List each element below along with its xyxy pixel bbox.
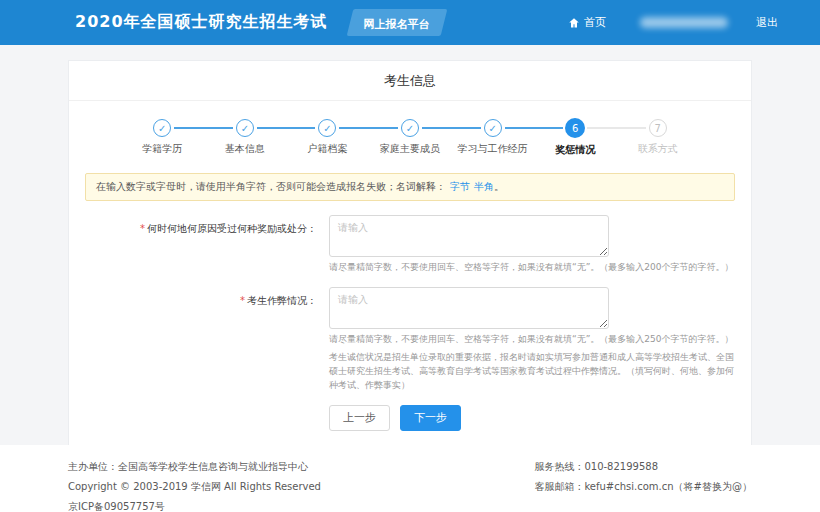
step-connector [257,127,316,129]
app-title: 2020年全国硕士研究生招生考试 [75,12,328,33]
step-7-item[interactable]: 7联系方式 [616,119,699,157]
rewards-field-control: 请尽量精简字数，不要使用回车、空格等字符，如果没有就填“无”。（最多输入200个… [329,215,735,275]
header-bar: 2020年全国硕士研究生招生考试 网上报名平台 首页 退出 [0,0,820,45]
step-connector [422,127,481,129]
step-check-icon: ✓ [318,119,336,137]
step-connector [587,127,646,129]
step-label: 奖惩情况 [555,143,595,157]
cheating-hint-integrity: 考生诚信状况是招生单位录取的重要依据，报名时请如实填写参加普通和成人高等学校招生… [329,351,735,393]
form-row-cheating: *考生作弊情况： 请尽量精简字数，不要使用回车、空格等字符，如果没有就填“无”。… [85,287,735,393]
footer-right: 服务热线：010-82199588客服邮箱：kefu#chsi.com.cn（将… [534,457,752,512]
rewards-punishments-form: *何时何地何原因受过何种奖励或处分： 请尽量精简字数，不要使用回车、空格等字符，… [69,201,751,447]
home-link-label: 首页 [584,15,606,30]
notice-link-halfwidth[interactable]: 半角 [474,181,494,192]
page-title: 考生信息 [69,61,751,101]
step-check-icon: ✓ [236,119,254,137]
page-footer: 主办单位：全国高等学校学生信息咨询与就业指导中心Copyright © 2003… [0,445,820,512]
step-label: 学习与工作经历 [458,142,528,156]
top-nav: 首页 退出 [568,15,778,30]
step-check-icon: ✓ [401,119,419,137]
cheating-hint-limit: 请尽量精简字数，不要使用回车、空格等字符，如果没有就填“无”。（最多输入250个… [329,333,735,347]
main-area: 考生信息 ✓学籍学历✓基本信息✓户籍档案✓家庭主要成员✓学习与工作经历6奖惩情况… [0,60,820,445]
notice-text: 在输入数字或字母时，请使用半角字符，否则可能会造成报名失败；名词解释： [96,181,446,192]
step-4-item[interactable]: ✓家庭主要成员 [369,119,452,157]
rewards-hint: 请尽量精简字数，不要使用回车、空格等字符，如果没有就填“无”。（最多输入200个… [329,261,735,275]
required-asterisk: * [140,223,145,234]
form-row-rewards: *何时何地何原因受过何种奖励或处分： 请尽量精简字数，不要使用回车、空格等字符，… [85,215,735,275]
step-label: 基本信息 [225,142,265,156]
notice-bar: 在输入数字或字母时，请使用半角字符，否则可能会造成报名失败；名词解释：字节半角。 [85,173,735,201]
logout-link[interactable]: 退出 [756,15,778,30]
platform-badge: 网上报名平台 [346,9,447,36]
footer-left-line-2: Copyright © 2003-2019 学信网 All Rights Res… [68,477,321,497]
step-6-item[interactable]: 6奖惩情况 [534,119,617,157]
rewards-field-label: *何时何地何原因受过何种奖励或处分： [85,215,317,275]
notice-link-byte[interactable]: 字节 [450,181,470,192]
footer-right-line-1: 服务热线：010-82199588 [534,457,752,477]
step-number: 7 [649,119,667,137]
step-5-item[interactable]: ✓学习与工作经历 [451,119,534,157]
next-step-button[interactable]: 下一步 [400,405,461,431]
prev-step-button[interactable]: 上一步 [329,405,390,431]
step-connector [174,127,233,129]
platform-badge-label: 网上报名平台 [363,17,429,32]
footer-left: 主办单位：全国高等学校学生信息咨询与就业指导中心Copyright © 2003… [68,457,321,512]
step-label: 家庭主要成员 [380,142,440,156]
step-check-icon: ✓ [153,119,171,137]
step-2-item[interactable]: ✓基本信息 [204,119,287,157]
footer-left-line-1: 主办单位：全国高等学校学生信息咨询与就业指导中心 [68,457,321,477]
step-connector [339,127,398,129]
step-label: 学籍学历 [142,142,182,156]
step-label: 户籍档案 [307,142,347,156]
required-asterisk: * [240,295,245,306]
step-connector [505,127,564,129]
step-3-item[interactable]: ✓户籍档案 [286,119,369,157]
step-number: 6 [565,118,585,138]
step-1-item[interactable]: ✓学籍学历 [121,119,204,157]
step-label: 联系方式 [638,142,678,156]
home-link[interactable]: 首页 [568,15,606,30]
cheating-field-control: 请尽量精简字数，不要使用回车、空格等字符，如果没有就填“无”。（最多输入250个… [329,287,735,393]
form-actions: 上一步 下一步 [329,405,735,431]
notice-suffix: 。 [494,181,504,192]
home-icon [568,17,580,29]
step-check-icon: ✓ [484,119,502,137]
footer-left-line-3: 京ICP备09057757号 [68,497,321,512]
cheating-field-label: *考生作弊情况： [85,287,317,393]
username-redacted [640,17,728,28]
footer-right-line-2: 客服邮箱：kefu#chsi.com.cn（将#替换为@） [534,477,752,497]
step-indicator: ✓学籍学历✓基本信息✓户籍档案✓家庭主要成员✓学习与工作经历6奖惩情况7联系方式 [69,101,751,169]
rewards-textarea[interactable] [329,215,609,257]
candidate-info-card: 考生信息 ✓学籍学历✓基本信息✓户籍档案✓家庭主要成员✓学习与工作经历6奖惩情况… [68,60,752,448]
cheating-textarea[interactable] [329,287,609,329]
